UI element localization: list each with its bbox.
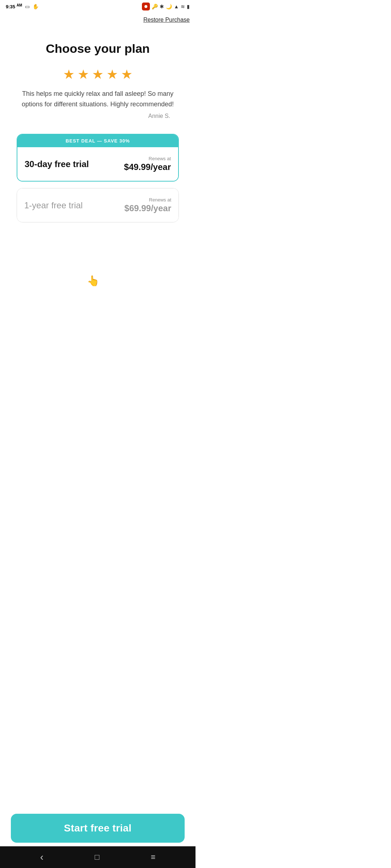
review-text: This helps me quickly relax and fall asl…	[11, 89, 185, 110]
plan-badge: BEST DEAL — SAVE 30%	[17, 135, 178, 147]
renews-label-featured: Renews at	[124, 156, 171, 161]
plan-price-featured: Renews at $49.99/year	[124, 156, 171, 172]
wifi-icon: ≋	[181, 4, 185, 9]
star-rating: ★ ★ ★ ★ ★	[11, 67, 185, 82]
star-5: ★	[121, 67, 133, 82]
review-section: ★ ★ ★ ★ ★ This helps me quickly relax an…	[11, 67, 185, 120]
reviewer-name: Annie S.	[11, 113, 185, 119]
key-icon: 🔑	[152, 4, 158, 9]
plan-card-normal[interactable]: 1-year free trial Renews at $69.99/year	[17, 188, 179, 222]
star-4: ★	[106, 67, 118, 82]
plan-price-normal: Renews at $69.99/year	[125, 197, 171, 213]
record-icon	[142, 3, 150, 10]
star-1: ★	[63, 67, 75, 82]
status-bar: 9:35 AM ▭ ✋ 🔑 ✱ 🌙 ▲ ≋ ▮	[0, 0, 196, 13]
plan-trial-label-normal: 1-year free trial	[24, 200, 83, 210]
plan-card-inner-featured: 30-day free trial Renews at $49.99/year	[17, 147, 178, 181]
moon-icon: 🌙	[166, 4, 172, 9]
star-3: ★	[92, 67, 104, 82]
bluetooth-icon: ✱	[160, 4, 164, 9]
price-featured: $49.99/year	[124, 162, 171, 172]
battery-icon: ▮	[187, 4, 190, 9]
plan-trial-label-featured: 30-day free trial	[25, 159, 89, 169]
main-content: Choose your plan ★ ★ ★ ★ ★ This helps me…	[0, 41, 196, 230]
restore-purchase-button[interactable]: Restore Purchase	[143, 17, 190, 23]
status-time: 9:35 AM	[6, 3, 22, 9]
status-left: 9:35 AM ▭ ✋	[6, 3, 39, 9]
gesture-icon: ✋	[33, 4, 39, 9]
price-normal: $69.99/year	[125, 203, 171, 213]
page-title: Choose your plan	[11, 41, 185, 56]
plan-card-inner-normal: 1-year free trial Renews at $69.99/year	[17, 188, 178, 222]
title-section: Choose your plan	[11, 41, 185, 56]
renews-label-normal: Renews at	[125, 197, 171, 203]
camera-icon: ▭	[25, 4, 30, 9]
plans-section: BEST DEAL — SAVE 30% 30-day free trial R…	[17, 134, 179, 222]
cursor-pointer: 👆	[87, 275, 100, 287]
star-2: ★	[77, 67, 89, 82]
restore-container: Restore Purchase	[0, 13, 196, 23]
signal-icon: ▲	[174, 4, 179, 9]
plan-card-featured[interactable]: BEST DEAL — SAVE 30% 30-day free trial R…	[17, 134, 179, 182]
status-right: 🔑 ✱ 🌙 ▲ ≋ ▮	[142, 3, 190, 10]
